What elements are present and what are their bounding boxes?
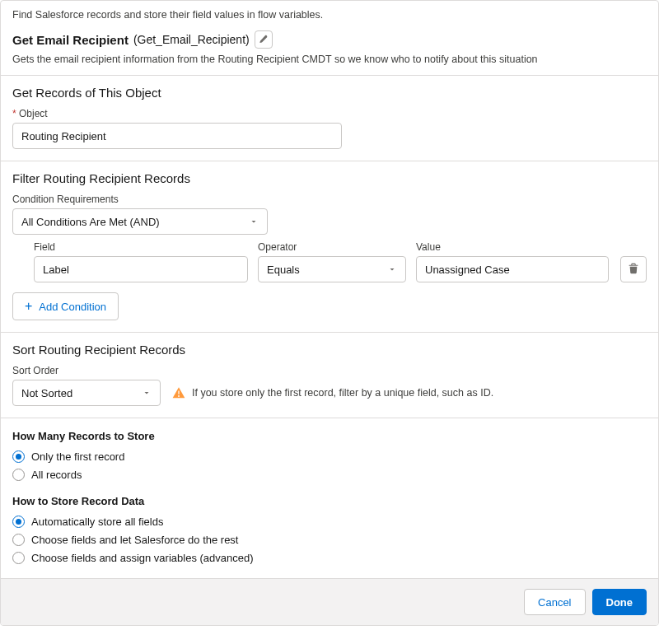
sort-warning: If you store only the first record, filt… <box>172 386 493 399</box>
radio-all-records[interactable]: All records <box>12 465 647 483</box>
condition-operator-header: Operator <box>258 241 406 253</box>
how-store-heading: How to Store Record Data <box>12 495 647 507</box>
element-label: Get Email Recipient <box>12 33 129 47</box>
element-api-name: (Get_Email_Recipient) <box>133 33 250 46</box>
intro-text: Find Salesforce records and store their … <box>1 1 658 27</box>
trash-icon <box>628 263 639 277</box>
object-field-label: Object <box>12 108 647 119</box>
done-button[interactable]: Done <box>592 589 647 615</box>
get-records-panel: Find Salesforce records and store their … <box>0 0 659 626</box>
radio-icon <box>12 534 25 546</box>
radio-icon <box>12 552 25 564</box>
radio-all-records-label: All records <box>31 469 82 481</box>
radio-only-first-label: Only the first record <box>31 450 124 463</box>
object-input-value: Routing Recipient <box>21 130 106 142</box>
condition-row: Field Label Operator Equals Value Unassi… <box>12 241 647 282</box>
condition-value-header: Value <box>416 241 609 253</box>
section-heading-filter: Filter Routing Recipient Records <box>12 171 647 185</box>
radio-icon <box>12 469 25 481</box>
radio-choose-fields-label: Choose fields and let Salesforce do the … <box>31 534 238 546</box>
chevron-down-icon <box>387 264 397 274</box>
warning-icon <box>172 386 185 399</box>
condition-requirements-value: All Conditions Are Met (AND) <box>21 216 160 228</box>
radio-auto-store[interactable]: Automatically store all fields <box>12 512 647 530</box>
add-condition-label: Add Condition <box>39 301 106 313</box>
condition-value-input[interactable]: Unassigned Case <box>416 256 609 282</box>
cancel-button[interactable]: Cancel <box>524 589 585 615</box>
condition-value-text: Unassigned Case <box>425 264 510 276</box>
condition-requirements-select[interactable]: All Conditions Are Met (AND) <box>12 208 268 235</box>
get-records-object-section: Get Records of This Object Object Routin… <box>1 75 658 161</box>
section-heading-object: Get Records of This Object <box>12 86 647 100</box>
radio-icon <box>12 516 25 528</box>
condition-field-value: Label <box>43 264 69 276</box>
pencil-icon <box>259 34 269 46</box>
radio-only-first[interactable]: Only the first record <box>12 447 647 465</box>
object-input[interactable]: Routing Recipient <box>12 123 342 149</box>
sort-order-select[interactable]: Not Sorted <box>12 380 161 406</box>
radio-advanced[interactable]: Choose fields and assign variables (adva… <box>12 548 647 567</box>
sort-section: Sort Routing Recipient Records Sort Orde… <box>1 332 658 418</box>
radio-advanced-label: Choose fields and assign variables (adva… <box>31 552 254 564</box>
plus-icon: + <box>25 300 32 313</box>
condition-requirements-label: Condition Requirements <box>12 194 647 205</box>
store-options-section: How Many Records to Store Only the first… <box>1 418 658 578</box>
sort-order-label: Sort Order <box>12 365 647 376</box>
chevron-down-icon <box>249 217 259 226</box>
chevron-down-icon <box>142 388 152 398</box>
condition-field-input[interactable]: Label <box>34 256 248 282</box>
radio-auto-store-label: Automatically store all fields <box>31 516 163 528</box>
radio-icon <box>12 450 25 463</box>
condition-field-header: Field <box>34 241 248 253</box>
element-title-row: Get Email Recipient (Get_Email_Recipient… <box>1 27 658 50</box>
dialog-footer: Cancel Done <box>1 578 658 625</box>
radio-choose-fields[interactable]: Choose fields and let Salesforce do the … <box>12 530 647 548</box>
delete-condition-button[interactable] <box>620 256 647 282</box>
sort-order-value: Not Sorted <box>21 387 72 399</box>
condition-operator-value: Equals <box>267 264 300 276</box>
section-heading-sort: Sort Routing Recipient Records <box>12 343 647 357</box>
add-condition-button[interactable]: + Add Condition <box>12 292 119 320</box>
element-description: Gets the email recipient information fro… <box>1 50 658 75</box>
edit-label-button[interactable] <box>255 30 273 49</box>
sort-warning-text: If you store only the first record, filt… <box>192 387 493 399</box>
condition-operator-select[interactable]: Equals <box>258 256 406 282</box>
filter-section: Filter Routing Recipient Records Conditi… <box>1 161 658 332</box>
how-many-heading: How Many Records to Store <box>12 430 647 442</box>
